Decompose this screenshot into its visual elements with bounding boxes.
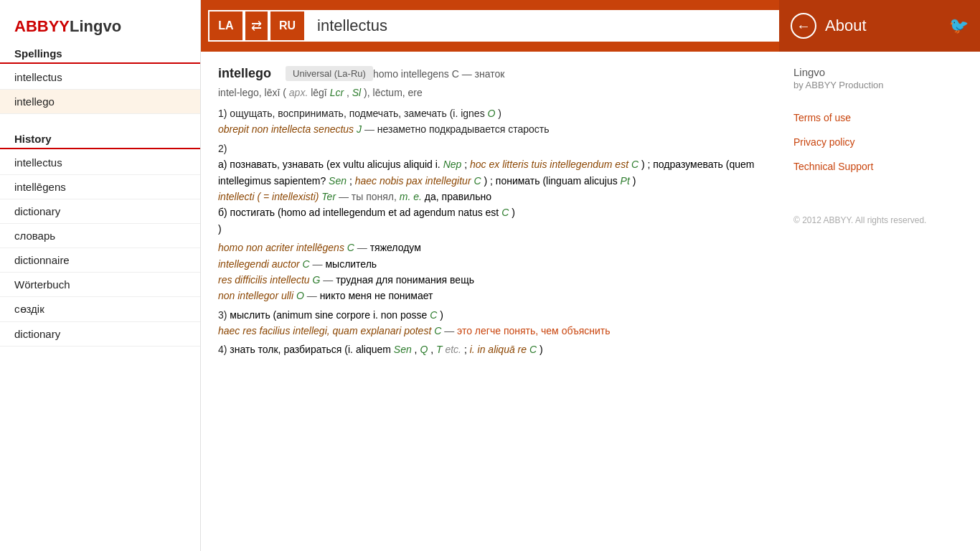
history-item-h-sozdik[interactable]: сөздік bbox=[0, 297, 200, 322]
def-1-example: obrepit non intellecta senectus J bbox=[218, 123, 362, 135]
def-1-num: 1) bbox=[218, 108, 227, 119]
def-4: 4) знать толк, разбираться (i. aliquem S… bbox=[218, 342, 762, 357]
def-2-num: 2) bbox=[218, 143, 227, 154]
about-header: ← About 🐦 bbox=[779, 0, 980, 52]
def-2-extras: homo non acriter intellēgens C — тяжелод… bbox=[218, 240, 762, 304]
logo-area: ABBYY Lingvo bbox=[0, 7, 200, 40]
logo-lingvo: Lingvo bbox=[70, 17, 121, 36]
spellings-list: intellectusintellego bbox=[0, 65, 200, 114]
word-title: intellego bbox=[218, 66, 271, 81]
about-app-name: Lingvo bbox=[793, 66, 966, 78]
definitions-area: 1) ощущать, воспринимать, подмечать, зам… bbox=[218, 105, 762, 358]
terms-link[interactable]: Terms of use bbox=[793, 112, 966, 123]
main-area: LA ⇄ RU intellego Universal (La-Ru) homo… bbox=[201, 0, 779, 551]
about-content: Lingvo by ABBYY Production Terms of use … bbox=[779, 52, 980, 551]
privacy-link[interactable]: Privacy policy bbox=[793, 136, 966, 148]
homo-line: homo intellegens C — знаток bbox=[373, 68, 504, 80]
about-panel: ← About 🐦 Lingvo by ABBYY Production Ter… bbox=[779, 0, 980, 551]
history-item-h-intellectus[interactable]: intellectus bbox=[0, 151, 200, 175]
spelling-item-intellectus[interactable]: intellectus bbox=[0, 65, 200, 90]
def-3: 3) мыслить (animum sine corpore i. non p… bbox=[218, 307, 762, 339]
history-title: History bbox=[0, 126, 200, 149]
sidebar: ABBYY Lingvo Spellings intellectusintell… bbox=[0, 0, 201, 551]
dict-badge: Universal (La-Ru) bbox=[286, 66, 373, 81]
content-area: intellego Universal (La-Ru) homo intelle… bbox=[201, 52, 779, 551]
logo-abbyy: ABBYY bbox=[14, 17, 70, 36]
history-item-h-intellegens[interactable]: intellēgens bbox=[0, 175, 200, 199]
history-item-h-dictionnaire[interactable]: dictionnaire bbox=[0, 248, 200, 273]
history-list: intellectusintellēgensdictionaryсловарьd… bbox=[0, 151, 200, 347]
search-header: LA ⇄ RU bbox=[201, 0, 779, 52]
bird-icon: 🐦 bbox=[949, 17, 969, 35]
spelling-item-intellego[interactable]: intellego bbox=[0, 90, 200, 114]
history-item-h-worterbuch[interactable]: Wörterbuch bbox=[0, 273, 200, 297]
lang-from-button[interactable]: LA bbox=[208, 10, 244, 42]
def-1-text: ощущать, воспринимать, подмечать, замеча… bbox=[230, 108, 501, 119]
word-meta: intel-lego, lēxī ( apx. lēgī Lcr , Sl ),… bbox=[218, 87, 762, 98]
history-item-h-dictionary2[interactable]: dictionary bbox=[0, 322, 200, 347]
about-title: About bbox=[825, 17, 867, 35]
lang-to-button[interactable]: RU bbox=[269, 10, 306, 42]
swap-lang-button[interactable]: ⇄ bbox=[244, 10, 269, 42]
meta-text: intel-lego, lēxī ( apx. lēgī Lcr , Sl ),… bbox=[218, 87, 423, 98]
copyright: © 2012 ABBYY. All rights reserved. bbox=[793, 215, 966, 225]
word-header-row: intellego Universal (La-Ru) homo intelle… bbox=[218, 66, 762, 81]
history-item-h-dictionary1[interactable]: dictionary bbox=[0, 199, 200, 224]
search-input[interactable] bbox=[306, 10, 779, 42]
support-link[interactable]: Technical Support bbox=[793, 161, 966, 172]
spellings-title: Spellings bbox=[0, 40, 200, 64]
history-section: History intellectusintellēgensdictionary… bbox=[0, 126, 200, 347]
def-1: 1) ощущать, воспринимать, подмечать, зам… bbox=[218, 105, 762, 138]
def-2: 2) а) познавать, узнавать (ex vultu alic… bbox=[218, 141, 762, 237]
about-by: by ABBYY Production bbox=[793, 80, 966, 90]
back-button[interactable]: ← bbox=[791, 13, 816, 39]
history-item-h-slovar[interactable]: словарь bbox=[0, 224, 200, 248]
